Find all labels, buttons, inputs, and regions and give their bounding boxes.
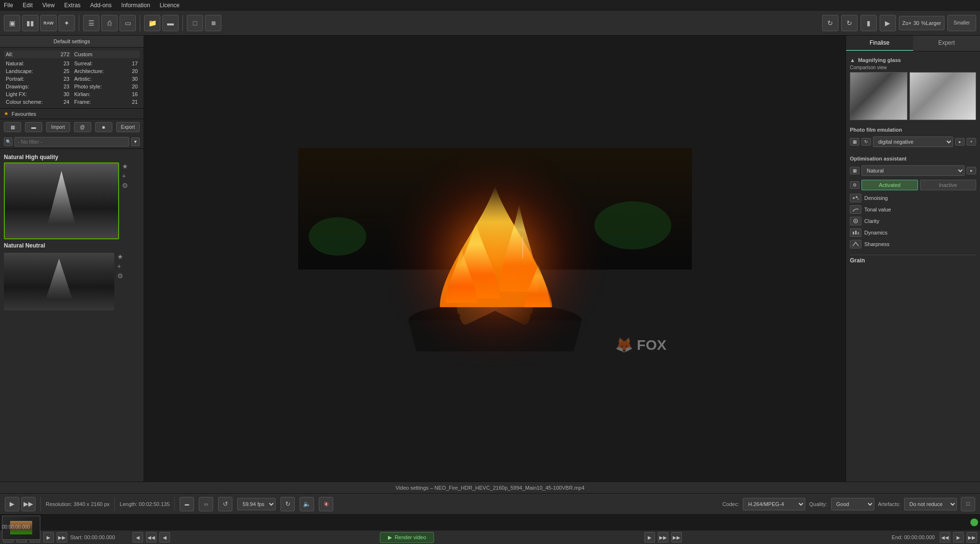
toolbar-sep-1: [79, 15, 79, 31]
fps-select[interactable]: 59.94 fps: [237, 498, 276, 510]
tb-clip-button[interactable]: ▬: [162, 15, 179, 31]
volume-btn[interactable]: 🔈: [300, 497, 314, 511]
photo-film-select[interactable]: digital negative: [873, 136, 953, 147]
menu-information[interactable]: Information: [121, 2, 150, 9]
tb-magic-button[interactable]: ✦: [59, 15, 75, 31]
magnifying-glass-title: Magnifying glass: [858, 57, 901, 63]
nav-next-large-button[interactable]: ▶▶: [57, 532, 67, 543]
tb-copy-button[interactable]: ▮▮: [22, 15, 38, 31]
tb-crop-button[interactable]: □: [187, 15, 203, 31]
nav-end-mark-button[interactable]: ◀◀: [940, 532, 950, 543]
sharpness-icon: [850, 240, 861, 248]
nav-end-last-button[interactable]: ▶▶: [967, 532, 977, 543]
zoom-zo-label: Zo×: [902, 20, 911, 26]
controls-bar: ▶ ▶▶ Resolution: 3840 x 2160 px Length: …: [0, 494, 980, 515]
fit-btn[interactable]: ▭: [199, 497, 213, 511]
frame-label: Frame:: [74, 99, 91, 105]
natural-neutral-thumbnail[interactable]: [4, 253, 114, 310]
optimise-settings-icon[interactable]: ⚙: [850, 181, 859, 189]
bottom-area: Video settings – NEO_Fire_HDR_HEVC_2160p…: [0, 482, 980, 544]
nav-next-large2-button[interactable]: ▶▶: [658, 532, 668, 543]
end-time: End: 00:00:00.000: [892, 534, 935, 540]
artefacts-select[interactable]: Do not reduce: [904, 498, 957, 510]
timeline[interactable]: 00:00:00.000: [0, 515, 980, 531]
tb-sync-button[interactable]: ↻: [841, 15, 858, 31]
filter-search-input[interactable]: [14, 137, 129, 147]
tb-save-button[interactable]: ☰: [83, 15, 99, 31]
nav-prev-frame-button[interactable]: ◀◀: [146, 532, 157, 543]
artistic-row: Artistic: 30: [73, 75, 140, 82]
natural-row: Natural: 23: [4, 60, 72, 67]
nav-last-button[interactable]: ▶▶: [671, 532, 682, 543]
tb-compare-button[interactable]: ▮: [860, 15, 877, 31]
tb-screen-button[interactable]: ▭: [120, 15, 136, 31]
filter-dropdown-icon[interactable]: ▼: [131, 137, 140, 146]
aspect-btn[interactable]: ▬: [180, 497, 194, 511]
nav-end-next-button[interactable]: ▶: [953, 532, 964, 543]
tb-folder-button[interactable]: 📁: [144, 15, 160, 31]
nav-next-button[interactable]: ▶: [43, 532, 54, 543]
action-buttons: ▦ ▬ Import @ ■ Export: [0, 119, 144, 135]
filter-search-icon: 🔍: [4, 137, 12, 146]
natural-neutral-add-icon[interactable]: +: [117, 262, 123, 270]
tb-print-button[interactable]: ⎙: [101, 15, 118, 31]
photo-film-refresh-icon[interactable]: ↻: [861, 138, 871, 146]
play-button[interactable]: ▶: [5, 497, 19, 511]
natural-neutral-thumb-image: [4, 253, 114, 310]
inactive-button[interactable]: Inactive: [920, 180, 977, 190]
menu-licence[interactable]: Licence: [160, 2, 180, 9]
tab-expert[interactable]: Expert: [913, 36, 980, 51]
tb-smaller-btn[interactable]: Smaller: [947, 15, 976, 31]
quality-select[interactable]: Good: [831, 498, 874, 510]
menu-edit[interactable]: Edit: [23, 2, 33, 9]
play-loop-button[interactable]: ▶▶: [21, 497, 36, 511]
nav-next-frame-button[interactable]: ▶: [644, 532, 655, 543]
menu-view[interactable]: View: [42, 2, 55, 9]
export-button[interactable]: Export: [116, 122, 140, 132]
activated-button[interactable]: Activated: [861, 180, 918, 190]
optimise-select[interactable]: Natural: [861, 165, 965, 176]
loop-btn[interactable]: ↺: [218, 497, 232, 511]
photo-film-add-icon[interactable]: +: [967, 138, 976, 146]
tb-refresh-button[interactable]: ↻: [822, 15, 838, 31]
photo-film-expand-icon[interactable]: ▸: [955, 138, 965, 146]
natural-hq-star-icon[interactable]: ★: [122, 162, 128, 170]
optimise-expand-icon[interactable]: ▸: [967, 167, 976, 174]
menu-extras[interactable]: Extras: [64, 2, 81, 9]
screenshot-btn[interactable]: ☐: [961, 497, 975, 511]
tb-raw-button[interactable]: RAW: [40, 15, 57, 31]
list-view-button[interactable]: ▬: [25, 122, 42, 132]
render-button[interactable]: ▶ Render video: [380, 532, 434, 543]
quality-label: Quality:: [809, 501, 827, 507]
codec-row: Codec: H.264/MPEG-4 Quality: Good Artefa…: [722, 497, 975, 511]
mute-btn[interactable]: 🔇: [319, 497, 333, 511]
tb-video-button[interactable]: ▶: [880, 15, 896, 31]
natural-hq-add-icon[interactable]: +: [122, 172, 128, 180]
sharpness-label: Sharpness: [864, 241, 976, 247]
default-settings-header: Default settings: [0, 36, 144, 48]
at-button[interactable]: @: [74, 122, 91, 132]
natural-neutral-settings-icon[interactable]: ⚙: [117, 272, 123, 280]
natural-hq-thumbnail[interactable]: [4, 162, 119, 239]
length-info: Length: 00:02:50.135: [120, 501, 169, 507]
all-count: 272: [60, 51, 69, 57]
nav-prev-small-button[interactable]: ◀: [159, 532, 170, 543]
tonal-value-row: Tonal value: [850, 204, 976, 215]
start-time: Start: 00:00:00.000: [70, 534, 115, 540]
grid-view-button[interactable]: ▦: [4, 122, 21, 132]
tb-new-button[interactable]: ▣: [4, 15, 20, 31]
natural-neutral-star-icon[interactable]: ★: [117, 253, 123, 260]
video-canvas: [298, 148, 692, 369]
menu-file[interactable]: File: [4, 2, 13, 9]
tab-finalise[interactable]: Finalise: [846, 36, 913, 51]
natural-hq-settings-icon[interactable]: ⚙: [122, 182, 128, 189]
menu-addons[interactable]: Add-ons: [90, 2, 112, 9]
architecture-label: Architecture:: [74, 68, 104, 74]
natural-high-quality-label: Natural High quality: [4, 151, 140, 162]
import-button[interactable]: Import: [46, 122, 70, 132]
nav-mark-start-button[interactable]: ◀: [133, 532, 143, 543]
codec-select[interactable]: H.264/MPEG-4: [743, 498, 805, 510]
tb-select-button[interactable]: ▩: [205, 15, 221, 31]
grid-view2-button[interactable]: ■: [95, 122, 112, 132]
audio-refresh-btn[interactable]: ↻: [280, 497, 295, 511]
